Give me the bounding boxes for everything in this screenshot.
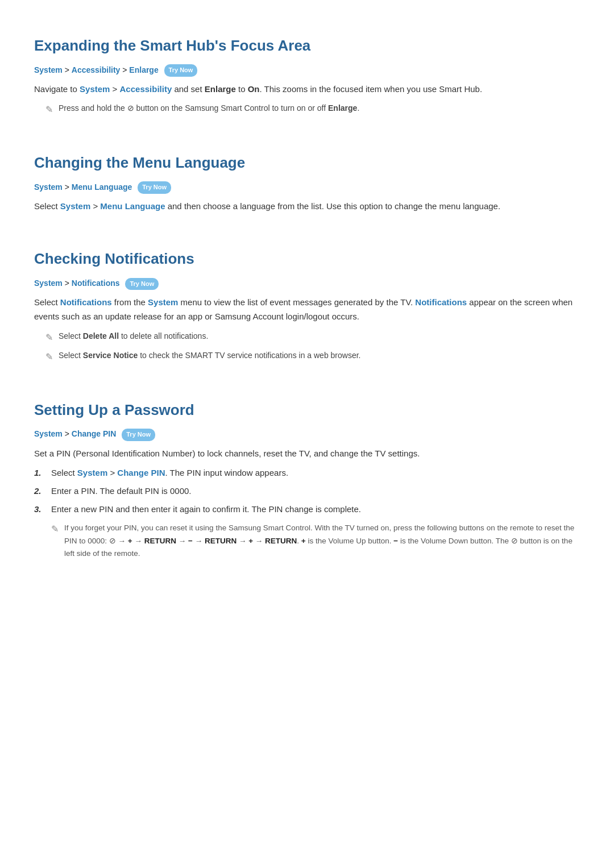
try-now-badge-4[interactable]: Try Now bbox=[122, 429, 155, 441]
try-now-badge-3[interactable]: Try Now bbox=[125, 278, 159, 290]
breadcrumb-notifications: System > Notifications Try Now bbox=[34, 277, 580, 290]
step-number-2: 2. bbox=[34, 484, 51, 498]
step-3: 3. Enter a new PIN and then enter it aga… bbox=[34, 502, 580, 516]
step-text-3: Enter a new PIN and then enter it again … bbox=[51, 502, 361, 516]
step-number-3: 3. bbox=[34, 502, 51, 516]
pin-note: ✎ If you forget your PIN, you can reset … bbox=[51, 522, 580, 560]
try-now-badge-2[interactable]: Try Now bbox=[138, 181, 171, 194]
breadcrumb-password: System > Change PIN Try Now bbox=[34, 427, 580, 441]
try-now-badge-1[interactable]: Try Now bbox=[164, 64, 198, 77]
pencil-icon-3: ✎ bbox=[45, 350, 53, 364]
pencil-icon-2: ✎ bbox=[45, 330, 53, 345]
section-notifications: Checking Notifications System > Notifica… bbox=[34, 236, 580, 364]
breadcrumb-arrow-1: > bbox=[65, 65, 72, 74]
section-title-notifications: Checking Notifications bbox=[34, 236, 580, 271]
step-2: 2. Enter a PIN. The default PIN is 0000. bbox=[34, 484, 580, 498]
breadcrumb-notif: Notifications bbox=[72, 279, 120, 288]
pencil-icon-1: ✎ bbox=[45, 102, 53, 117]
body-text-password: Set a PIN (Personal Identification Numbe… bbox=[34, 447, 580, 461]
pencil-icon-4: ✎ bbox=[51, 522, 59, 537]
inline-accessibility: Accessibility bbox=[120, 84, 172, 94]
inline-system-1: System bbox=[80, 84, 110, 94]
note-text-service-notice: Select Service Notice to check the SMART… bbox=[59, 349, 580, 362]
step-1: 1. Select System > Change PIN. The PIN i… bbox=[34, 466, 580, 480]
inline-notifications-2: Notifications bbox=[415, 297, 467, 307]
body-text-expand-hub: Navigate to System > Accessibility and s… bbox=[34, 82, 580, 97]
breadcrumb-system-1: System bbox=[34, 65, 63, 74]
breadcrumb-menu-language: System > Menu Language Try Now bbox=[34, 181, 580, 194]
breadcrumb-system-3: System bbox=[34, 279, 63, 288]
pin-note-text: If you forget your PIN, you can reset it… bbox=[64, 522, 580, 560]
section-title-menu-language: Changing the Menu Language bbox=[34, 140, 580, 175]
inline-on: On bbox=[248, 84, 260, 94]
inline-system-2: System bbox=[60, 201, 90, 211]
breadcrumb-expand-hub: System > Accessibility > Enlarge Try Now bbox=[34, 64, 580, 77]
inline-notifications-1: Notifications bbox=[60, 297, 112, 307]
step-text-1: Select System > Change PIN. The PIN inpu… bbox=[51, 466, 288, 480]
breadcrumb-system-2: System bbox=[34, 182, 63, 192]
breadcrumb-accessibility: Accessibility bbox=[72, 65, 121, 74]
section-password: Setting Up a Password System > Change PI… bbox=[34, 387, 580, 560]
step-number-1: 1. bbox=[34, 466, 51, 480]
breadcrumb-menu-lang: Menu Language bbox=[72, 182, 132, 192]
breadcrumb-arrow-3: > bbox=[65, 182, 72, 192]
note-item-1: ✎ Press and hold the ⊘ button on the Sam… bbox=[45, 102, 580, 117]
body-text-notifications: Select Notifications from the System men… bbox=[34, 296, 580, 324]
breadcrumb-arrow-2: > bbox=[122, 65, 129, 74]
body-text-menu-language: Select System > Menu Language and then c… bbox=[34, 200, 580, 214]
note-text-delete-all: Select Delete All to delete all notifica… bbox=[59, 330, 580, 342]
breadcrumb-enlarge: Enlarge bbox=[129, 65, 158, 74]
breadcrumb-arrow-4: > bbox=[65, 279, 72, 288]
section-title-password: Setting Up a Password bbox=[34, 387, 580, 422]
note-text-1: Press and hold the ⊘ button on the Samsu… bbox=[59, 102, 580, 114]
note-item-delete-all: ✎ Select Delete All to delete all notifi… bbox=[45, 330, 580, 345]
section-menu-language: Changing the Menu Language System > Menu… bbox=[34, 140, 580, 213]
breadcrumb-system-4: System bbox=[34, 429, 63, 438]
inline-enlarge: Enlarge bbox=[205, 84, 236, 94]
note-item-service-notice: ✎ Select Service Notice to check the SMA… bbox=[45, 349, 580, 364]
breadcrumb-change-pin: Change PIN bbox=[72, 429, 117, 438]
inline-system-3: System bbox=[148, 297, 178, 307]
breadcrumb-arrow-5: > bbox=[65, 429, 72, 438]
password-steps: 1. Select System > Change PIN. The PIN i… bbox=[34, 466, 580, 516]
step-text-2: Enter a PIN. The default PIN is 0000. bbox=[51, 484, 192, 498]
inline-menu-language: Menu Language bbox=[100, 201, 165, 211]
section-title-expand-hub: Expanding the Smart Hub's Focus Area bbox=[34, 23, 580, 58]
section-expand-hub: Expanding the Smart Hub's Focus Area Sys… bbox=[34, 23, 580, 117]
